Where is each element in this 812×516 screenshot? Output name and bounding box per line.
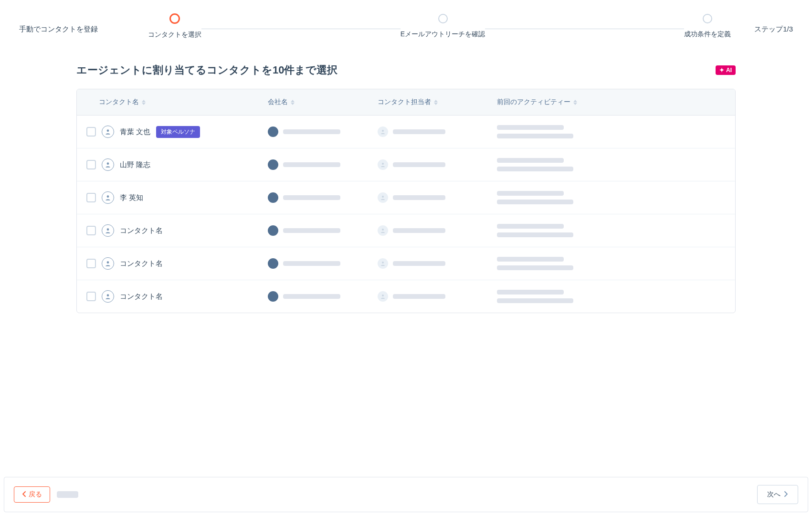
- table-row: 山野 隆志: [77, 148, 735, 181]
- svg-point-9: [382, 262, 384, 263]
- step-circle-icon: [169, 13, 180, 24]
- table-row: 李 英知: [77, 181, 735, 214]
- step-label: Eメールアウトリーチを確認: [401, 30, 485, 39]
- owner-avatar-icon: [378, 159, 388, 170]
- step-2[interactable]: Eメールアウトリーチを確認: [401, 14, 485, 39]
- owner-avatar-icon: [378, 126, 388, 137]
- contact-name[interactable]: コンタクト名: [120, 226, 163, 235]
- company-avatar-icon: [268, 291, 278, 302]
- chevron-right-icon: [784, 491, 788, 498]
- next-button[interactable]: 次へ: [757, 485, 798, 504]
- row-checkbox[interactable]: [86, 226, 96, 235]
- column-label: コンタクト名: [99, 98, 139, 106]
- back-button[interactable]: 戻る: [14, 486, 50, 503]
- table-row: コンタクト名: [77, 280, 735, 313]
- owner-placeholder: [393, 261, 445, 266]
- contact-avatar-icon: [102, 126, 114, 138]
- owner-placeholder: [393, 195, 445, 200]
- activity-placeholder: [497, 125, 564, 130]
- activity-placeholder: [497, 290, 564, 295]
- step-3[interactable]: 成功条件を定義: [684, 14, 731, 39]
- activity-placeholder: [497, 200, 573, 204]
- owner-avatar-icon: [378, 192, 388, 203]
- owner-avatar-icon: [378, 291, 388, 302]
- svg-point-10: [107, 294, 109, 296]
- owner-placeholder: [393, 228, 445, 233]
- sparkle-icon: ✦: [719, 67, 724, 74]
- wizard-footer: 戻る 次へ: [4, 477, 808, 512]
- company-placeholder: [283, 195, 340, 200]
- main-content: エージェントに割り当てるコンタクトを10件まで選択 ✦ AI コンタクト名 会社…: [0, 49, 812, 516]
- step-circle-icon: [703, 14, 712, 23]
- svg-point-6: [107, 228, 109, 231]
- ai-badge: ✦ AI: [716, 65, 736, 75]
- persona-badge: 対象ペルソナ: [156, 126, 200, 138]
- sort-icon: [573, 100, 577, 105]
- contact-name[interactable]: 山野 隆志: [120, 160, 150, 169]
- step-connector: [201, 29, 401, 29]
- contact-name[interactable]: 青葉 文也: [120, 127, 150, 137]
- row-checkbox[interactable]: [86, 193, 96, 202]
- column-label: 会社名: [268, 98, 288, 106]
- contact-name[interactable]: コンタクト名: [120, 259, 163, 268]
- activity-placeholder: [497, 191, 564, 196]
- company-avatar-icon: [268, 258, 278, 269]
- footer-placeholder: [57, 491, 78, 498]
- owner-avatar-icon: [378, 258, 388, 269]
- activity-placeholder: [497, 298, 573, 303]
- contact-name[interactable]: 李 英知: [120, 193, 143, 202]
- activity-placeholder: [497, 265, 573, 270]
- contact-avatar-icon: [102, 158, 114, 171]
- column-header-activity[interactable]: 前回のアクティビティー: [487, 98, 726, 106]
- column-header-name[interactable]: コンタクト名: [86, 98, 268, 106]
- svg-point-1: [382, 130, 384, 132]
- table-header: コンタクト名 会社名 コンタクト担当者: [77, 89, 735, 116]
- contact-avatar-icon: [102, 224, 114, 237]
- owner-placeholder: [393, 294, 445, 299]
- contacts-table: コンタクト名 会社名 コンタクト担当者: [76, 89, 736, 313]
- contact-name[interactable]: コンタクト名: [120, 292, 163, 301]
- sort-icon: [291, 100, 295, 105]
- svg-point-8: [107, 261, 109, 263]
- activity-placeholder: [497, 158, 564, 163]
- back-button-label: 戻る: [29, 490, 42, 499]
- row-checkbox[interactable]: [86, 160, 96, 169]
- svg-point-11: [382, 295, 384, 296]
- column-label: 前回のアクティビティー: [497, 98, 570, 106]
- activity-placeholder: [497, 134, 573, 138]
- sort-icon: [434, 100, 438, 105]
- chevron-left-icon: [22, 491, 26, 498]
- activity-placeholder: [497, 232, 573, 237]
- activity-placeholder: [497, 257, 564, 262]
- table-row: コンタクト名: [77, 247, 735, 280]
- contact-avatar-icon: [102, 191, 114, 204]
- column-header-company[interactable]: 会社名: [268, 98, 378, 106]
- owner-placeholder: [393, 162, 445, 167]
- ai-badge-label: AI: [726, 67, 732, 74]
- step-1[interactable]: コンタクトを選択: [148, 13, 201, 39]
- next-button-label: 次へ: [767, 490, 780, 499]
- page-title: エージェントに割り当てるコンタクトを10件まで選択: [76, 63, 337, 77]
- column-label: コンタクト担当者: [378, 98, 431, 106]
- row-checkbox[interactable]: [86, 259, 96, 268]
- table-row: 青葉 文也対象ペルソナ: [77, 116, 735, 148]
- company-placeholder: [283, 294, 340, 299]
- activity-placeholder: [497, 224, 564, 229]
- company-avatar-icon: [268, 192, 278, 203]
- contact-avatar-icon: [102, 257, 114, 270]
- step-circle-icon: [438, 14, 448, 23]
- wizard-title: 手動でコンタクトを登録: [19, 13, 143, 34]
- column-header-owner[interactable]: コンタクト担当者: [378, 98, 487, 106]
- table-row: コンタクト名: [77, 214, 735, 247]
- row-checkbox[interactable]: [86, 292, 96, 301]
- sort-icon: [142, 100, 146, 105]
- step-indicator: ステップ1/3: [736, 13, 793, 34]
- step-label: コンタクトを選択: [148, 31, 201, 39]
- svg-point-4: [107, 195, 109, 198]
- svg-point-7: [382, 229, 384, 231]
- row-checkbox[interactable]: [86, 127, 96, 137]
- svg-point-0: [107, 129, 109, 132]
- wizard-stepper: 手動でコンタクトを登録 コンタクトを選択 Eメールアウトリーチを確認 成功条件を…: [0, 0, 812, 49]
- activity-placeholder: [497, 167, 573, 171]
- step-connector: [485, 29, 684, 29]
